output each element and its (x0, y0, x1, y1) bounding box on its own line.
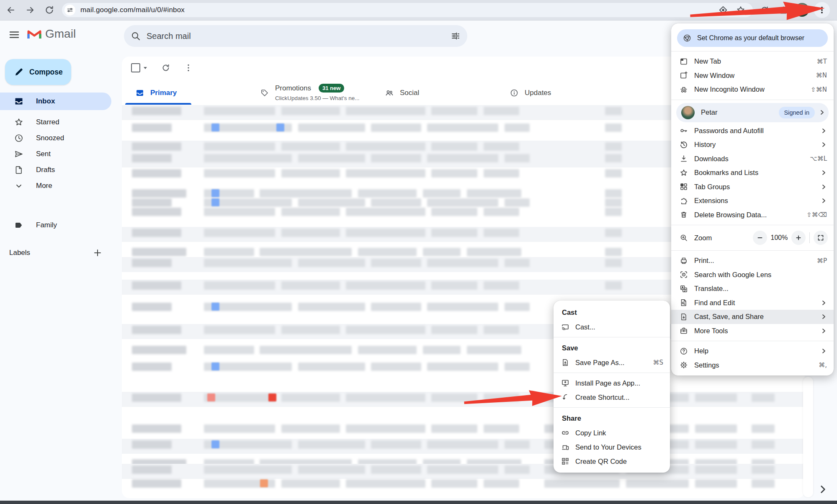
email-sender-blurred (132, 440, 172, 449)
menu-divider (671, 51, 834, 51)
next-page-chevron-icon[interactable] (817, 484, 828, 495)
menu-item-new-incognito-window[interactable]: New Incognito Window ⇧⌘N (671, 82, 834, 97)
tab-updates[interactable]: Updates (496, 81, 621, 105)
menu-item-cast-save-share[interactable]: Cast, Save, and Share (671, 310, 834, 324)
menu-profile-row[interactable]: Petar Signed in (676, 103, 829, 122)
menu-item-new-window[interactable]: New Window ⌘N (671, 69, 834, 83)
submenu-item-copy-link[interactable]: Copy Link (554, 426, 670, 440)
compose-button[interactable]: Compose (5, 59, 71, 85)
email-snippet-blurred (371, 259, 421, 267)
tab-social[interactable]: Social (371, 81, 496, 105)
email-attachment-chip-blurred (207, 393, 215, 401)
find-edit-icon (680, 298, 688, 307)
sidebar-item-inbox[interactable]: Inbox (0, 93, 111, 110)
menu-item-more-tools[interactable]: More Tools (671, 324, 834, 338)
email-snippet-blurred (346, 107, 425, 115)
email-snippet-blurred (371, 154, 421, 162)
sidebar-item-more[interactable]: More (0, 177, 111, 195)
search-icon[interactable] (131, 31, 141, 41)
search-bar[interactable]: Search mail (124, 25, 467, 47)
submenu-item-install-page-as-app[interactable]: Install Page as App... (554, 376, 670, 390)
label-tag-icon (14, 221, 23, 230)
email-snippet-blurred (505, 440, 530, 449)
sidebar-item-family-label[interactable]: Family (0, 216, 111, 234)
menu-item-settings[interactable]: Settings ⌘, (671, 358, 834, 373)
email-sender-blurred (132, 326, 181, 334)
url-text[interactable]: mail.google.com/mail/u/0/#inbox (80, 6, 185, 14)
chrome-menu: Set Chrome as your default browser New T… (671, 23, 834, 375)
more-options-icon[interactable] (184, 63, 193, 72)
back-icon[interactable] (6, 5, 16, 15)
url-bar[interactable]: mail.google.com/mail/u/0/#inbox (62, 3, 753, 17)
zoom-in-button[interactable] (791, 231, 806, 245)
trash-icon (680, 211, 688, 219)
email-snippet-blurred (298, 198, 365, 207)
email-snippet-blurred (298, 259, 365, 267)
sidebar-item-starred[interactable]: Starred (0, 113, 111, 131)
email-snippet-blurred (281, 142, 340, 151)
sidebar-item-snoozed[interactable]: Snoozed (0, 129, 111, 147)
submenu-item-create-shortcut[interactable]: Create Shortcut... (554, 390, 670, 404)
email-snippet-blurred (204, 346, 254, 354)
email-sender-blurred (132, 465, 172, 474)
email-snippet-blurred (427, 440, 498, 449)
inbox-icon (14, 97, 23, 106)
menu-item-history[interactable]: History (671, 138, 834, 152)
tab-label: Social (400, 89, 419, 97)
chevron-down-icon (14, 181, 23, 190)
email-snippet-blurred (281, 107, 340, 115)
email-snippet-blurred (752, 440, 775, 449)
scrollbar[interactable] (803, 377, 813, 497)
inbox-tabs: Primary Promotions 31 new ClickUpdates 3… (122, 81, 649, 105)
menu-item-delete-browsing-data[interactable]: Delete Browsing Data... ⇧⌘⌫ (671, 208, 834, 222)
refresh-icon[interactable] (161, 63, 170, 72)
menu-item-print[interactable]: Print... ⌘P (671, 254, 834, 268)
menu-item-passwords[interactable]: Passwords and Autofill (671, 124, 834, 138)
submenu-item-save-page-as[interactable]: Save Page As... ⌘S (554, 355, 670, 370)
sidebar-item-drafts[interactable]: Drafts (0, 161, 111, 179)
email-snippet-blurred (427, 303, 498, 311)
submenu-divider (554, 373, 670, 373)
add-label-icon[interactable] (93, 248, 102, 257)
tab-label: Promotions (275, 84, 311, 93)
search-input[interactable]: Search mail (147, 31, 451, 41)
submenu-item-create-qr-code[interactable]: Create QR Code (554, 454, 670, 468)
email-snippet-blurred (260, 189, 352, 198)
menu-item-search-with-google-lens[interactable]: Search with Google Lens (671, 268, 834, 282)
tab-primary[interactable]: Primary (122, 81, 247, 105)
email-sender-blurred (132, 189, 186, 198)
email-snippet-blurred (484, 424, 519, 433)
submenu-item-send-to-devices[interactable]: Send to Your Devices (554, 440, 670, 454)
menu-item-translate[interactable]: Translate... (671, 282, 834, 296)
email-sender-blurred (132, 281, 181, 290)
set-default-browser-button[interactable]: Set Chrome as your default browser (677, 29, 828, 47)
submenu-item-cast[interactable]: Cast... (554, 320, 670, 334)
tab-promotions[interactable]: Promotions 31 new ClickUpdates 3.50 — Wh… (247, 81, 371, 105)
menu-item-tab-groups[interactable]: Tab Groups (671, 180, 834, 194)
forward-icon[interactable] (25, 5, 35, 15)
select-caret-icon[interactable] (143, 65, 148, 70)
email-snippet-blurred (626, 479, 689, 488)
fullscreen-button[interactable] (814, 231, 828, 245)
email-snippet-blurred (260, 248, 352, 256)
menu-item-downloads[interactable]: Downloads ⌥⌘L (671, 152, 834, 166)
email-snippet-blurred (484, 208, 519, 216)
menu-item-help[interactable]: Help (671, 344, 834, 358)
menu-item-bookmarks[interactable]: Bookmarks and Lists (671, 166, 834, 180)
email-snippet-blurred (204, 154, 292, 162)
site-info-icon[interactable] (64, 5, 75, 15)
sidebar-item-sent[interactable]: Sent (0, 145, 111, 163)
zoom-out-button[interactable] (753, 231, 767, 245)
email-snippet-blurred (431, 326, 477, 334)
menu-item-extensions[interactable]: Extensions (671, 194, 834, 208)
search-options-icon[interactable] (451, 31, 461, 41)
hamburger-menu-icon[interactable] (8, 29, 20, 41)
email-snippet-blurred (431, 424, 477, 433)
profile-name: Petar (701, 108, 779, 116)
menu-item-new-tab[interactable]: New Tab ⌘T (671, 54, 834, 69)
menu-item-find-and-edit[interactable]: Find and Edit (671, 296, 834, 310)
reload-icon[interactable] (44, 5, 54, 15)
menu-divider (671, 225, 834, 225)
select-all-checkbox[interactable] (131, 63, 140, 72)
chevron-right-icon (819, 109, 825, 116)
